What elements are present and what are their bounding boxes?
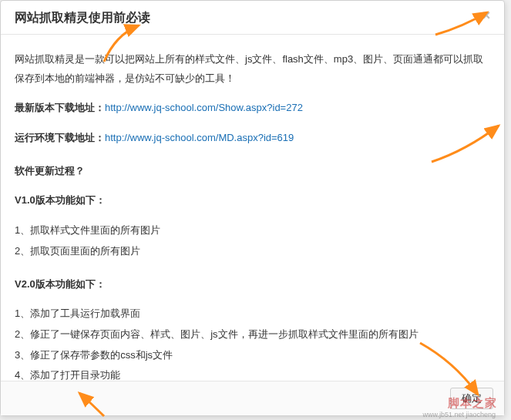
close-icon[interactable]: × (479, 8, 493, 22)
v1-list: 1、抓取样式文件里面的所有图片 2、抓取页面里面的所有图片 (15, 221, 490, 260)
list-item: 1、抓取样式文件里面的所有图片 (15, 221, 490, 240)
modal-header: 网站抓取精灵使用前必读 × (1, 1, 504, 35)
list-item: 3、修正了保存带参数的css和js文件 (15, 346, 490, 365)
download-latest-link[interactable]: http://www.jq-school.com/Show.aspx?id=27… (105, 102, 303, 113)
v2-list: 1、添加了工具运行加载界面 2、修正了一键保存页面内容、样式、图片、js文件，再… (15, 304, 490, 381)
list-item: 1、添加了工具运行加载界面 (15, 304, 490, 324)
list-item: 2、修正了一键保存页面内容、样式、图片、js文件，再进一步抓取样式文件里面的所有… (15, 325, 490, 344)
modal-footer: 确定 (1, 381, 504, 415)
v1-heading: V1.0版本功能如下： (15, 191, 490, 210)
list-item: 2、抓取页面里面的所有图片 (15, 242, 490, 261)
modal-dialog: 网站抓取精灵使用前必读 × 网站抓取精灵是一款可以把网站上所有的样式文件、js文… (0, 0, 505, 416)
download-runtime-line: 运行环境下载地址：http://www.jq-school.com/MD.asp… (15, 129, 490, 148)
download-latest-line: 最新版本下载地址：http://www.jq-school.com/Show.a… (15, 99, 490, 118)
modal-body[interactable]: 网站抓取精灵是一款可以把网站上所有的样式文件、js文件、flash文件、mp3、… (1, 35, 504, 381)
update-heading: 软件更新过程？ (15, 162, 490, 181)
intro-text: 网站抓取精灵是一款可以把网站上所有的样式文件、js文件、flash文件、mp3、… (15, 50, 490, 88)
modal-title: 网站抓取精灵使用前必读 (15, 10, 490, 26)
modal-body-wrap: 网站抓取精灵是一款可以把网站上所有的样式文件、js文件、flash文件、mp3、… (1, 35, 504, 381)
ok-button[interactable]: 确定 (450, 388, 493, 409)
download-runtime-label: 运行环境下载地址： (15, 132, 105, 143)
download-latest-label: 最新版本下载地址： (15, 102, 105, 113)
v2-heading: V2.0版本功能如下： (15, 275, 490, 294)
list-item: 4、添加了打开目录功能 (15, 366, 490, 381)
download-runtime-link[interactable]: http://www.jq-school.com/MD.aspx?id=619 (105, 132, 294, 143)
